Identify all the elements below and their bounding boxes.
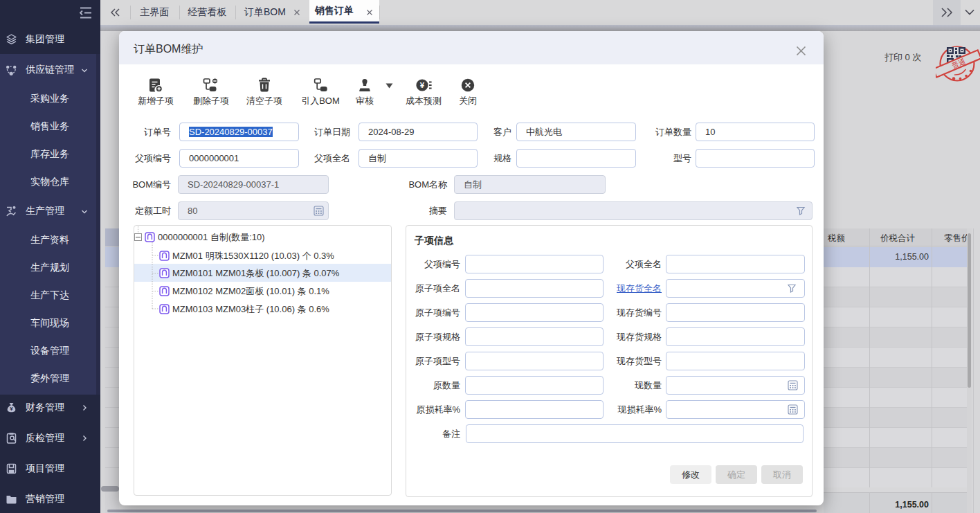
svg-text:¥: ¥ <box>419 81 424 89</box>
svg-text:¥: ¥ <box>10 406 13 412</box>
